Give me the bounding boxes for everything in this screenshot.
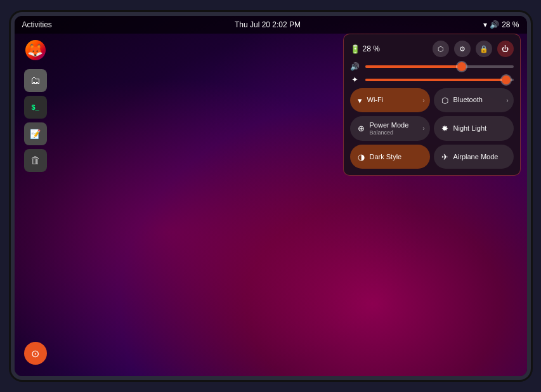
text-editor-icon: 📝 (30, 129, 41, 139)
bluetooth-label: Bluetooth (453, 96, 483, 104)
dock-item-files[interactable]: 🗂 (24, 69, 47, 92)
power-icon: ⏻ (502, 45, 509, 53)
lock-icon: 🔒 (479, 45, 488, 53)
battery-icon-panel: 🔋 (350, 44, 360, 54)
lock-button[interactable]: 🔒 (476, 41, 492, 57)
settings-button[interactable]: ⚙ (454, 41, 471, 57)
files-icon: 🗂 (30, 75, 41, 86)
wifi-toggle-icon: ▾ (358, 96, 362, 105)
topbar: Activities Thu Jul 20 2:02 PM ▾ 🔊 28 % (15, 16, 527, 34)
wifi-label: Wi-Fi (367, 96, 384, 104)
firefox-icon (25, 40, 46, 60)
volume-slider-row: 🔊 (350, 62, 514, 71)
dock-item-ubuntu[interactable]: ⊙ (24, 342, 47, 365)
dark-style-toggle[interactable]: ◑ Dark Style (350, 145, 430, 169)
dock: 🗂 $_ 📝 🗑 ⊙ (21, 34, 50, 370)
panel-battery-display: 🔋 28 % (350, 44, 380, 54)
brightness-slider-thumb[interactable] (502, 75, 511, 84)
volume-indicator-icon: 🔊 (490, 20, 499, 29)
power-mode-toggle[interactable]: ⊕ Power Mode Balanced › (350, 116, 430, 141)
topbar-right-indicators: ▾ 🔊 28 % (483, 20, 519, 29)
night-light-label: Night Light (453, 124, 487, 133)
volume-slider[interactable] (365, 65, 514, 68)
night-light-icon: ✸ (441, 124, 448, 133)
bluetooth-toggle[interactable]: ⬡ Bluetooth › (434, 88, 514, 112)
battery-percent-panel: 28 % (363, 44, 380, 53)
dock-item-terminal[interactable]: $_ (24, 96, 47, 119)
panel-icon-row: ⬡ ⚙ 🔒 ⏻ (433, 41, 514, 57)
brightness-slider-fill (365, 79, 506, 81)
trash-icon: 🗑 (30, 155, 41, 166)
airplane-mode-toggle[interactable]: ✈ Airplane Mode (434, 145, 514, 169)
ubuntu-icon: ⊙ (31, 348, 39, 360)
brightness-slider-row: ✦ (350, 75, 514, 84)
power-button[interactable]: ⏻ (497, 41, 514, 57)
brightness-slider[interactable] (365, 79, 514, 81)
volume-slider-thumb[interactable] (457, 62, 466, 71)
dock-item-firefox[interactable] (24, 39, 47, 62)
toggles-grid: ▾ Wi-Fi › ⬡ Bluetooth › ⊕ Power Mode Ba (350, 88, 514, 169)
dock-item-text-editor[interactable]: 📝 (24, 122, 47, 145)
power-mode-sub: Balanced (370, 129, 409, 136)
wifi-chevron-icon: › (422, 97, 424, 104)
brightness-slider-icon: ✦ (350, 75, 360, 84)
power-mode-icon: ⊕ (358, 124, 365, 133)
bluetooth-toggle-text: Bluetooth (453, 96, 483, 104)
wifi-indicator-icon: ▾ (483, 20, 487, 29)
activities-button[interactable]: Activities (22, 20, 52, 29)
wifi-toggle[interactable]: ▾ Wi-Fi › (350, 88, 430, 112)
bluetooth-toggle-icon: ⬡ (441, 96, 448, 105)
power-mode-label: Power Mode (370, 121, 409, 129)
airplane-mode-icon: ✈ (441, 152, 448, 162)
bluetooth-chevron-icon: › (506, 97, 508, 104)
dark-style-icon: ◑ (358, 152, 365, 162)
night-light-text: Night Light (453, 124, 487, 133)
volume-slider-fill (365, 65, 462, 68)
terminal-icon: $_ (31, 103, 39, 111)
airplane-mode-label: Airplane Mode (453, 153, 499, 161)
battery-indicator[interactable]: 28 % (502, 20, 519, 29)
datetime-display: Thu Jul 20 2:02 PM (235, 20, 301, 29)
screenshot-icon: ⬡ (438, 45, 444, 53)
screenshot-button[interactable]: ⬡ (433, 41, 449, 57)
night-light-toggle[interactable]: ✸ Night Light (434, 116, 514, 141)
dock-item-trash[interactable]: 🗑 (24, 149, 47, 172)
volume-slider-icon: 🔊 (350, 62, 360, 71)
settings-icon: ⚙ (459, 45, 466, 53)
airplane-mode-text: Airplane Mode (453, 153, 499, 161)
power-mode-chevron-icon: › (422, 125, 424, 132)
quick-panel: 🔋 28 % ⬡ ⚙ 🔒 ⏻ 🔊 (343, 34, 521, 176)
tablet-frame: Activities Thu Jul 20 2:02 PM ▾ 🔊 28 % 🗂… (11, 12, 531, 380)
wifi-toggle-text: Wi-Fi (367, 96, 384, 104)
power-mode-text: Power Mode Balanced (370, 121, 409, 136)
panel-header: 🔋 28 % ⬡ ⚙ 🔒 ⏻ (350, 41, 514, 57)
dark-style-label: Dark Style (370, 153, 402, 161)
dark-style-text: Dark Style (370, 153, 402, 161)
